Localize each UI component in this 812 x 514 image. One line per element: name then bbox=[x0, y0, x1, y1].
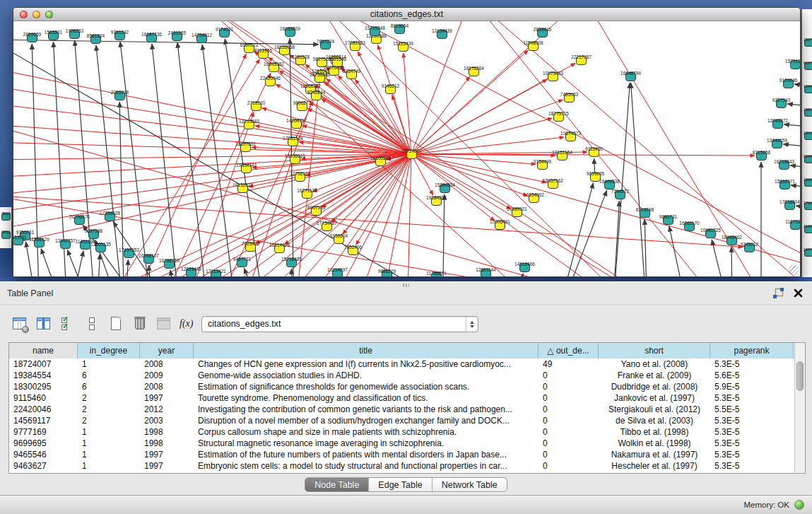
network-node[interactable]: 11786871 bbox=[431, 272, 442, 276]
network-canvas[interactable]: 1872400717081983168602141261042718668392… bbox=[13, 21, 800, 276]
table-cell[interactable]: 6 bbox=[78, 370, 140, 381]
network-edge[interactable] bbox=[787, 104, 800, 109]
network-edge[interactable] bbox=[411, 21, 471, 154]
network-node[interactable]: 16648794 bbox=[625, 72, 636, 81]
network-node[interactable]: 10905491 bbox=[495, 221, 505, 230]
table-cell[interactable]: 5.3E-5 bbox=[710, 449, 794, 460]
network-edge[interactable] bbox=[783, 144, 800, 149]
network-edge[interactable] bbox=[411, 154, 697, 276]
network-node[interactable]: 13942757 bbox=[60, 240, 71, 249]
table-row[interactable]: 969969511998Structural magnetic resonanc… bbox=[9, 438, 805, 449]
table-cell[interactable]: 2008 bbox=[140, 381, 194, 392]
table-cell[interactable]: Genome-wide association studies in ADHD. bbox=[194, 370, 539, 381]
network-node[interactable]: 2718120 bbox=[251, 102, 261, 111]
network-node[interactable]: 14754612 bbox=[196, 34, 207, 43]
network-edge[interactable] bbox=[411, 154, 800, 273]
network-edge[interactable] bbox=[796, 206, 800, 211]
table-cell[interactable]: 0 bbox=[539, 370, 599, 381]
network-node[interactable]: 15384554 bbox=[440, 184, 450, 193]
network-node[interactable]: 16954092 bbox=[529, 194, 539, 203]
toggle-rows-icon[interactable] bbox=[83, 315, 100, 332]
column-header-year[interactable]: year bbox=[140, 343, 194, 358]
table-cell[interactable]: 0 bbox=[539, 404, 599, 415]
network-node[interactable]: 8454749 bbox=[346, 70, 357, 79]
network-node[interactable]: 9146212 bbox=[385, 85, 396, 94]
table-cell[interactable]: 1 bbox=[78, 426, 140, 438]
network-node[interactable]: 12923445 bbox=[186, 268, 196, 276]
table-cell[interactable]: 1997 bbox=[140, 460, 194, 472]
table-cell[interactable]: 5.5E-5 bbox=[710, 404, 794, 415]
table-cell[interactable]: 2012 bbox=[140, 404, 194, 415]
network-node[interactable]: 18107651 bbox=[240, 143, 251, 152]
table-cell[interactable]: 2 bbox=[78, 404, 140, 415]
network-node[interactable]: 2053108 bbox=[114, 91, 125, 100]
table-cell[interactable]: 5.3E-5 bbox=[710, 438, 794, 449]
network-node[interactable]: 10674873 bbox=[565, 132, 576, 141]
network-edge[interactable] bbox=[124, 54, 246, 276]
network-edge[interactable] bbox=[442, 194, 445, 276]
network-edge[interactable] bbox=[68, 251, 83, 276]
table-row[interactable]: 1456911722003Disruption of a novel membe… bbox=[9, 415, 805, 426]
table-cell[interactable]: 9465546 bbox=[9, 449, 78, 460]
table-cell[interactable]: Disruption of a novel member of a sodium… bbox=[194, 415, 539, 426]
network-edge[interactable] bbox=[324, 82, 411, 154]
function-builder-icon[interactable]: f(x) bbox=[180, 315, 196, 332]
table-cell[interactable]: 1997 bbox=[140, 449, 194, 460]
table-cell[interactable]: Embryonic stem cells: a model to study s… bbox=[194, 460, 539, 472]
network-edge[interactable] bbox=[411, 154, 654, 276]
table-row[interactable]: 1872400712008Changes of HCN gene express… bbox=[9, 358, 805, 370]
network-node[interactable]: 13505135 bbox=[95, 243, 106, 252]
network-node[interactable]: 9242844 bbox=[311, 91, 322, 100]
table-row[interactable]: 1938455462009Genome-wide association stu… bbox=[9, 370, 805, 381]
network-edge[interactable] bbox=[794, 84, 800, 89]
table-cell[interactable]: 1 bbox=[78, 438, 140, 449]
column-header-name[interactable]: name bbox=[9, 343, 78, 358]
network-edge[interactable] bbox=[96, 254, 100, 276]
network-node[interactable]: 18775715 bbox=[553, 112, 564, 122]
network-node[interactable]: 8186328 bbox=[295, 56, 306, 65]
table-cell[interactable]: 0 bbox=[539, 381, 599, 392]
table-cell[interactable]: 2003 bbox=[140, 415, 194, 426]
table-cell[interactable]: Investigating the contribution of common… bbox=[194, 404, 539, 415]
table-cell[interactable]: Wolkin et al. (1998) bbox=[599, 438, 710, 449]
panel-resize-grip-icon[interactable] bbox=[403, 284, 409, 287]
network-view-window[interactable]: citations_edges.txt 18724007170819831686… bbox=[13, 7, 801, 277]
network-node[interactable]: 22420046 bbox=[265, 77, 276, 86]
network-node[interactable]: 12861144 bbox=[481, 269, 491, 276]
network-edge[interactable] bbox=[195, 21, 697, 276]
network-node[interactable]: 16033809 bbox=[285, 28, 295, 37]
network-edge[interactable] bbox=[307, 109, 411, 154]
table-cell[interactable]: 0 bbox=[539, 460, 599, 472]
select-column-icon[interactable] bbox=[35, 315, 52, 332]
network-node[interactable]: 9154499 bbox=[537, 160, 548, 170]
network-node[interactable]: 18724007 bbox=[406, 150, 417, 159]
network-node[interactable]: 17081983 bbox=[350, 42, 360, 51]
column-header-in_degree[interactable]: in_degree bbox=[78, 343, 140, 358]
table-row[interactable]: 946554611997Estimation of the future num… bbox=[9, 449, 805, 460]
network-edge[interactable] bbox=[471, 21, 739, 276]
network-node[interactable]: 8215958 bbox=[756, 151, 767, 160]
network-node[interactable]: 17734487 bbox=[322, 222, 332, 231]
network-node[interactable]: 11675338 bbox=[790, 221, 800, 230]
network-node[interactable]: 11451194 bbox=[80, 240, 90, 250]
vertical-scrollbar[interactable] bbox=[794, 343, 805, 473]
table-cell[interactable]: 5.3E-5 bbox=[710, 358, 794, 370]
network-edge[interactable] bbox=[13, 40, 319, 45]
network-node[interactable]: 16782759 bbox=[164, 259, 175, 269]
memory-status-indicator-icon[interactable] bbox=[794, 500, 804, 510]
network-edge[interactable] bbox=[404, 53, 411, 154]
network-edge[interactable] bbox=[645, 219, 647, 276]
network-edge[interactable] bbox=[411, 154, 511, 209]
table-cell[interactable]: 0 bbox=[539, 438, 599, 449]
table-cell[interactable]: Corpus callosum shape and size in male p… bbox=[194, 426, 539, 438]
network-node[interactable]: 16543382 bbox=[269, 63, 279, 72]
window-resize-grip-icon[interactable] bbox=[789, 265, 799, 275]
table-cell[interactable]: 6 bbox=[78, 381, 140, 392]
window-titlebar[interactable]: citations_edges.txt bbox=[13, 8, 800, 21]
table-cell[interactable]: 5.3E-5 bbox=[710, 392, 794, 404]
network-node[interactable]: 16271132 bbox=[302, 189, 312, 199]
table-cell[interactable]: 5.3E-5 bbox=[710, 460, 794, 472]
table-cell[interactable]: 9463627 bbox=[9, 460, 78, 472]
table-cell[interactable]: Estimation of significance thresholds fo… bbox=[194, 381, 539, 392]
network-node[interactable]: 12217987 bbox=[576, 56, 587, 65]
